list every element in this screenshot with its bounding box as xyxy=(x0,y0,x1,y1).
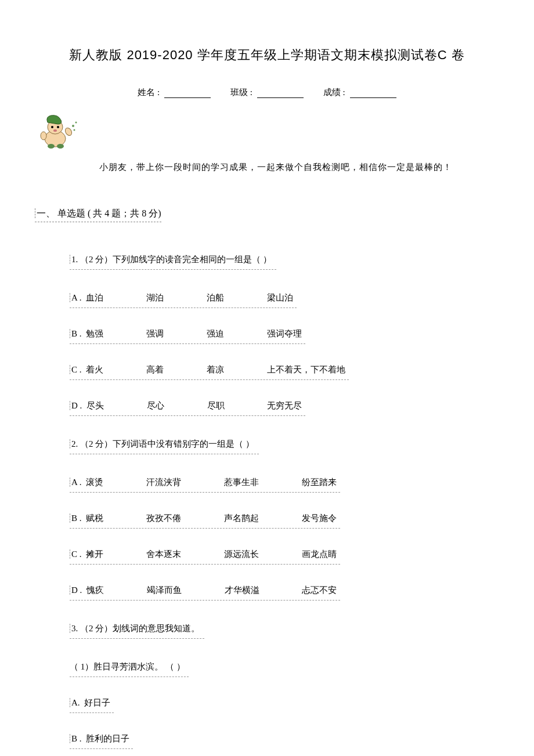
q2-option-d[interactable]: D . 愧疚 竭泽而鱼 才华横溢 忐忑不安 xyxy=(70,581,340,601)
q2-option-b[interactable]: B . 赋税 孜孜不倦 声名鹊起 发号施令 xyxy=(70,509,340,529)
svg-point-6 xyxy=(64,126,73,136)
q2-option-c[interactable]: C . 摊开 舍本逐末 源远流长 画龙点睛 xyxy=(70,545,340,565)
svg-point-4 xyxy=(53,129,57,132)
q1-option-c[interactable]: C . 着火 高着 着凉 上不着天，下不着地 xyxy=(70,360,349,380)
q1-option-d[interactable]: D . 尽头 尽心 尽职 无穷无尽 xyxy=(70,396,305,416)
q1-option-b[interactable]: B . 勉强 强调 强迫 强词夺理 xyxy=(70,324,305,344)
score-label: 成绩 : xyxy=(323,88,345,97)
q3-sub1-option-a[interactable]: A. 好日子 xyxy=(70,693,114,713)
svg-point-3 xyxy=(57,126,59,128)
q1-option-a[interactable]: A . 血泊 湖泊 泊船 梁山泊 xyxy=(70,288,297,308)
question-1-stem: 1. （2 分）下列加线字的读音完全相同的一组是（ ） xyxy=(70,250,276,270)
q3-sub1-option-b[interactable]: B . 胜利的日子 xyxy=(70,729,133,749)
svg-point-9 xyxy=(72,125,74,127)
score-blank[interactable] xyxy=(350,89,396,98)
q2-option-a[interactable]: A . 滚烫 汗流浃背 惹事生非 纷至踏来 xyxy=(70,473,340,493)
q3-sub1-text: （ 1）胜日寻芳泗水滨。 （ ） xyxy=(70,657,189,677)
svg-point-5 xyxy=(41,132,46,140)
question-3-stem: 3. （2 分）划线词的意思我知道。 xyxy=(70,619,204,639)
svg-point-10 xyxy=(75,122,77,124)
svg-point-8 xyxy=(57,144,64,149)
name-label: 姓名 : xyxy=(138,88,160,97)
class-blank[interactable] xyxy=(257,89,304,98)
student-info-line: 姓名 : 班级 : 成绩 : xyxy=(35,87,499,98)
svg-point-11 xyxy=(74,129,75,131)
svg-point-7 xyxy=(48,144,55,149)
svg-point-2 xyxy=(51,126,53,128)
intro-text: 小朋友，带上你一段时间的学习成果，一起来做个自我检测吧，相信你一定是最棒的！ xyxy=(52,162,499,173)
class-label: 班级 : xyxy=(230,88,252,97)
page-title: 新人教版 2019-2020 学年度五年级上学期语文期末模拟测试卷C 卷 xyxy=(35,46,499,64)
section-1-header: 一、 单选题 ( 共 4 题；共 8 分) xyxy=(35,208,161,222)
name-blank[interactable] xyxy=(164,89,211,98)
question-2-stem: 2. （2 分）下列词语中没有错别字的一组是（ ） xyxy=(70,435,259,454)
mascot-icon xyxy=(35,110,81,149)
